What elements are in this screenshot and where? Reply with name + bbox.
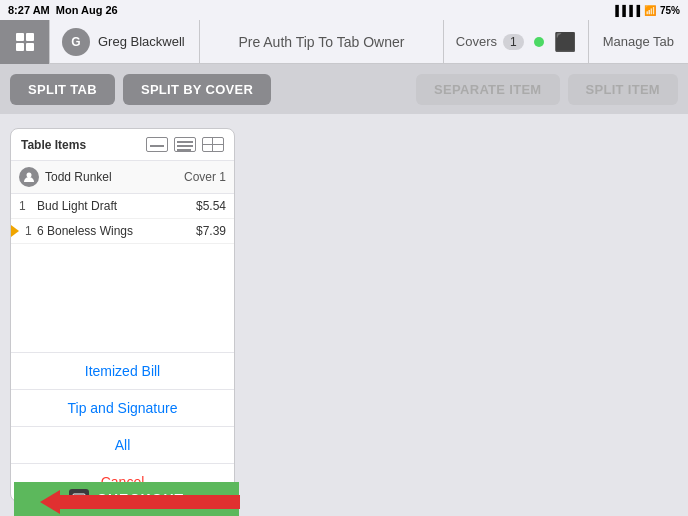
status-dot [534,37,544,47]
cover-label: Cover 1 [184,170,226,184]
cover-avatar [19,167,39,187]
nav-bar: G Greg Blackwell Pre Auth Tip To Tab Own… [0,20,688,64]
checkout-icon [69,489,89,509]
split-tab-button[interactable]: SPLIT TAB [10,74,115,105]
covers-badge: 1 [503,34,524,50]
table-items: Todd Runkel Cover 1 1 Bud Light Draft $5… [11,161,234,257]
item-price: $7.39 [196,224,226,238]
split-by-cover-button[interactable]: SPLIT BY COVER [123,74,271,105]
itemized-bill-button[interactable]: Itemized Bill [11,353,234,390]
right-panel [245,128,678,502]
status-right: ▐▐▐▐ 📶 75% [612,5,680,16]
split-item-button[interactable]: SPLIT ITEM [568,74,679,105]
username: Greg Blackwell [98,34,185,49]
grid-icon [202,137,224,152]
item-name: Bud Light Draft [33,199,196,213]
svg-rect-0 [16,33,24,41]
panel-header-icons [146,137,224,152]
cover-row: Todd Runkel Cover 1 [11,161,234,194]
wifi-icon: 📶 [644,5,656,16]
item-indicator [11,225,19,237]
date: Mon Aug 26 [56,4,118,16]
action-row: SPLIT TAB SPLIT BY COVER SEPARATE ITEM S… [0,64,688,114]
item-qty: 1 [19,224,33,238]
all-button[interactable]: All [11,427,234,464]
avatar: G [62,28,90,56]
svg-rect-5 [73,494,85,504]
status-bar: 8:27 AM Mon Aug 26 ▐▐▐▐ 📶 75% [0,0,688,20]
item-price: $5.54 [196,199,226,213]
manage-tab-button[interactable]: Manage Tab [588,20,688,64]
svg-point-4 [27,173,32,178]
status-left: 8:27 AM Mon Aug 26 [8,4,118,16]
logo-icon [13,30,37,54]
panel-title: Table Items [21,138,86,152]
checkout-bar[interactable]: CHECKOUT [14,482,239,516]
card-icon [146,137,168,152]
cover-name: Todd Runkel [45,170,178,184]
separate-item-button[interactable]: SEPARATE ITEM [416,74,559,105]
signal-icon: ▐▐▐▐ [612,5,640,16]
time: 8:27 AM [8,4,50,16]
nav-user: G Greg Blackwell [50,20,200,64]
nav-covers: Covers 1 ⬛ [443,20,588,64]
svg-rect-1 [26,33,34,41]
tip-signature-button[interactable]: Tip and Signature [11,390,234,427]
svg-rect-3 [26,43,34,51]
item-name: 6 Boneless Wings [33,224,196,238]
svg-rect-2 [16,43,24,51]
nav-title: Pre Auth Tip To Tab Owner [200,34,443,50]
checkout-label: CHECKOUT [97,491,184,507]
divider-icon: ⬛ [554,31,576,53]
battery: 75% [660,5,680,16]
table-row: 1 Bud Light Draft $5.54 [11,194,234,219]
item-qty: 1 [19,199,33,213]
spacer [11,257,234,353]
list-icon [174,137,196,152]
main-content: Table Items [0,114,688,516]
panel-header: Table Items [11,129,234,161]
table-row: 1 6 Boneless Wings $7.39 [11,219,234,244]
bottom-actions: Itemized Bill Tip and Signature All Canc… [11,352,234,501]
app-logo [0,20,50,64]
covers-text: Covers [456,34,497,49]
left-panel: Table Items [10,128,235,502]
